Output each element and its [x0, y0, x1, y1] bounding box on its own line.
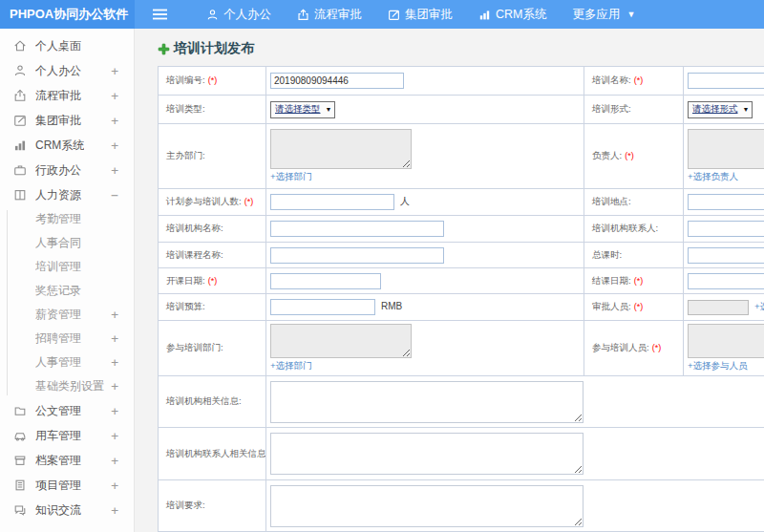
nav-personal-office[interactable]: 个人办公	[206, 7, 271, 23]
org-name-input[interactable]	[270, 221, 444, 237]
field-label: 培训机构名称:	[159, 216, 266, 243]
sidebar-item-archives[interactable]: 档案管理 +	[0, 448, 134, 473]
expand-icon[interactable]: +	[111, 308, 118, 322]
sidebar-item-personnel[interactable]: 人事管理 +	[0, 351, 134, 374]
approver-input[interactable]	[688, 300, 749, 315]
expand-icon[interactable]: +	[111, 355, 118, 370]
select-dept-link[interactable]: +选择部门	[270, 171, 312, 181]
field-label: 审批人员:(*)	[584, 294, 684, 321]
expand-icon[interactable]: +	[111, 479, 118, 493]
expand-icon[interactable]: +	[111, 89, 118, 103]
budget-input[interactable]	[270, 299, 375, 315]
org-info-textarea[interactable]	[270, 381, 584, 423]
folder-icon	[12, 404, 27, 418]
sidebar-item-hr[interactable]: 人力资源 −	[0, 182, 134, 207]
leader-textarea[interactable]	[688, 129, 764, 169]
required-mark: (*)	[652, 343, 662, 352]
expand-icon[interactable]: +	[111, 404, 118, 418]
nav-workflow-approval[interactable]: 流程审批	[297, 7, 362, 23]
field-label: 培训要求:	[159, 480, 266, 532]
expand-icon[interactable]: +	[111, 379, 118, 394]
training-mode-select[interactable]: 请选择形式▼	[688, 101, 753, 118]
sidebar-item-workflow-approval[interactable]: 流程审批 +	[0, 83, 134, 108]
org-contact-input[interactable]	[688, 221, 764, 237]
expand-icon[interactable]: +	[111, 331, 118, 346]
select-approver-link[interactable]: +选择审批人员	[754, 301, 764, 311]
sidebar-item-group-approval[interactable]: 集团审批 +	[0, 108, 134, 133]
training-plan-form: 培训编号:(*) 培训名称:(*) 培训类型: 请选择类型▼ 培训形式: 请选择…	[158, 66, 764, 532]
end-date-input[interactable]	[688, 273, 764, 289]
join-people-textarea[interactable]	[688, 324, 764, 358]
chat-icon	[12, 503, 27, 518]
collapse-icon[interactable]: −	[111, 188, 118, 202]
nav-label: CRM系统	[496, 7, 546, 23]
sidebar-item-label: 项目管理	[35, 478, 81, 494]
sidebar-item-attendance[interactable]: 考勤管理	[0, 207, 134, 231]
sidebar-item-label: 人事合同	[35, 235, 81, 251]
nav-crm-system[interactable]: CRM系统	[478, 7, 546, 23]
total-hours-input[interactable]	[688, 247, 764, 264]
sidebar-item-base-category[interactable]: 基础类别设置 +	[0, 374, 134, 398]
training-requirement-textarea[interactable]	[270, 485, 584, 527]
sidebar-item-hr-contract[interactable]: 人事合同	[0, 231, 134, 255]
sidebar-item-label: 公文管理	[35, 403, 81, 419]
sidebar-item-recruit[interactable]: 招聘管理 +	[0, 327, 134, 351]
sidebar-item-projects[interactable]: 项目管理 +	[0, 473, 134, 498]
select-join-people-link[interactable]: +选择参与人员	[688, 360, 748, 371]
sidebar-item-documents[interactable]: 公文管理 +	[0, 398, 134, 423]
join-dept-textarea[interactable]	[270, 324, 412, 358]
field-label: 培训类型:	[159, 96, 266, 124]
sidebar-item-vehicles[interactable]: 用车管理 +	[0, 423, 134, 448]
org-contact-info-textarea[interactable]	[270, 433, 584, 475]
sidebar-item-reward-punish[interactable]: 奖惩记录	[0, 279, 134, 303]
edit-square-icon	[388, 9, 400, 21]
expand-icon[interactable]: +	[111, 64, 118, 78]
expand-icon[interactable]: +	[111, 114, 118, 128]
course-name-input[interactable]	[270, 247, 444, 264]
bar-chart-icon	[478, 9, 491, 21]
expand-icon[interactable]: +	[111, 454, 118, 468]
sidebar-item-personal-office[interactable]: 个人办公 +	[0, 58, 134, 83]
select-leader-link[interactable]: +选择负责人	[688, 171, 738, 181]
start-date-input[interactable]	[270, 273, 381, 289]
expand-icon[interactable]: +	[111, 163, 118, 178]
training-type-select[interactable]: 请选择类型▼	[270, 101, 335, 118]
host-dept-textarea[interactable]	[270, 129, 412, 169]
field-label: 参与培训人员:(*)	[584, 321, 684, 376]
hamburger-menu-icon[interactable]	[135, 0, 180, 29]
sidebar-item-label: 基础类别设置	[35, 378, 104, 394]
training-name-input[interactable]	[688, 73, 764, 89]
field-label: 培训形式:	[584, 96, 684, 124]
sidebar-item-label: 个人桌面	[35, 38, 81, 54]
sidebar-item-personal-desktop[interactable]: 个人桌面	[0, 33, 134, 58]
field-label: 培训课程名称:	[159, 243, 266, 268]
sidebar-item-label: 薪资管理	[35, 307, 81, 323]
expand-icon[interactable]: +	[111, 429, 118, 443]
sidebar-item-label: 招聘管理	[35, 330, 81, 347]
sidebar-item-crm[interactable]: CRM系统 +	[0, 133, 134, 158]
field-label: 参与培训部门:	[159, 321, 266, 376]
training-no-input[interactable]	[270, 73, 404, 89]
sidebar-item-label: CRM系统	[35, 138, 84, 154]
expand-icon[interactable]: +	[111, 138, 118, 153]
field-label: 培训预算:	[159, 294, 266, 321]
sidebar-item-admin-office[interactable]: 行政办公 +	[0, 158, 134, 182]
sidebar-item-label: 用车管理	[35, 428, 81, 444]
workflow-upload-icon	[12, 89, 27, 103]
required-mark: (*)	[208, 75, 218, 85]
sidebar-item-knowledge[interactable]: 知识交流 +	[0, 498, 134, 522]
caret-down-icon: ▼	[626, 10, 635, 19]
select-join-dept-link[interactable]: +选择部门	[270, 360, 312, 371]
select-caret-icon: ▼	[326, 106, 332, 113]
car-icon	[12, 429, 27, 443]
sidebar-item-salary[interactable]: 薪资管理 +	[0, 303, 134, 327]
expand-icon[interactable]: +	[111, 503, 118, 518]
sidebar-item-training[interactable]: 培训管理	[0, 255, 134, 279]
required-mark: (*)	[634, 276, 644, 286]
nav-more-apps[interactable]: 更多应用 ▼	[572, 7, 635, 23]
training-place-input[interactable]	[688, 194, 764, 210]
nav-group-approval[interactable]: 集团审批	[388, 7, 453, 23]
participant-count-input[interactable]	[270, 194, 394, 210]
sidebar-item-label: 培训管理	[35, 259, 81, 275]
field-label: 开课日期:(*)	[159, 268, 266, 294]
